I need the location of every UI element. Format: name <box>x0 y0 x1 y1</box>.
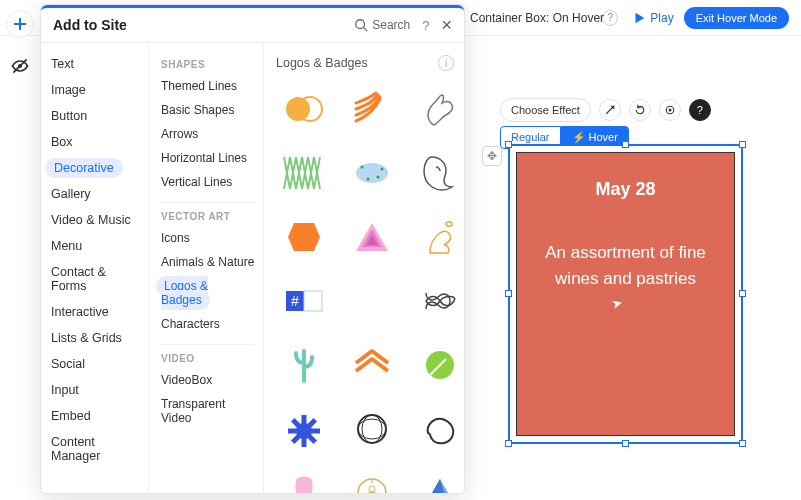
help-icon[interactable]: ? <box>602 10 618 26</box>
svg-point-19 <box>361 166 364 169</box>
subgroup-title: VIDEO <box>161 353 257 364</box>
info-icon[interactable]: i <box>438 55 454 71</box>
gallery-item-blue-splatter[interactable] <box>344 145 400 201</box>
category-item[interactable]: Lists & Grids <box>41 325 148 351</box>
gallery-item-orange-chevrons[interactable] <box>344 337 400 393</box>
resize-handle[interactable] <box>739 440 746 447</box>
category-item[interactable]: Button <box>41 103 148 129</box>
subcategory-column: SHAPESThemed LinesBasic ShapesArrowsHori… <box>149 43 264 493</box>
subcategory-item[interactable]: Characters <box>159 312 257 336</box>
card-description: An assortment of fine wines and pastries <box>533 240 718 291</box>
svg-point-22 <box>377 176 380 179</box>
svg-point-20 <box>381 168 384 171</box>
category-item[interactable]: Social <box>41 351 148 377</box>
gallery-item-green-circle[interactable] <box>412 337 464 393</box>
resize-handle[interactable] <box>622 141 629 148</box>
category-item[interactable]: Content Manager <box>41 429 148 469</box>
gallery-item-scribble-circle[interactable] <box>344 401 400 457</box>
svg-text:#: # <box>291 293 299 309</box>
category-item[interactable]: Image <box>41 77 148 103</box>
left-rail <box>6 10 34 80</box>
category-item[interactable]: Input <box>41 377 148 403</box>
category-item[interactable]: Menu <box>41 233 148 259</box>
subcategory-item[interactable]: Logos & Badges <box>159 274 257 312</box>
breadcrumb: Container Box: On Hover <box>470 11 604 25</box>
gallery-item-blue-pyramid[interactable] <box>412 465 464 493</box>
gallery-item-pink-triangle[interactable] <box>344 209 400 265</box>
svg-rect-28 <box>304 291 322 311</box>
reset-icon[interactable] <box>629 99 651 121</box>
subcategory-item[interactable]: Horizontal Lines <box>159 146 257 170</box>
gallery-grid: # <box>274 77 454 493</box>
subcategory-item[interactable]: Arrows <box>159 122 257 146</box>
subgroup-title: VECTOR ART <box>161 211 257 222</box>
selected-container[interactable]: May 28 An assortment of fine wines and p… <box>508 144 743 444</box>
search-icon <box>354 18 368 32</box>
hide-icon[interactable] <box>6 52 34 80</box>
search-input[interactable]: Search <box>354 18 410 32</box>
preview-icon[interactable] <box>659 99 681 121</box>
resize-handle[interactable] <box>505 440 512 447</box>
subcategory-item[interactable]: Transparent Video <box>159 392 257 430</box>
category-column: TextImageButtonBoxDecorativeGalleryVideo… <box>41 43 149 493</box>
drag-handle-icon[interactable]: ✥ <box>482 146 502 166</box>
resize-handle[interactable] <box>505 290 512 297</box>
category-item[interactable]: Gallery <box>41 181 148 207</box>
svg-point-49 <box>668 109 671 112</box>
subcategory-item[interactable]: Basic Shapes <box>159 98 257 122</box>
gallery-item-cactus[interactable] <box>276 337 332 393</box>
gallery-item-orange-hexagon[interactable] <box>276 209 332 265</box>
category-item[interactable]: Box <box>41 129 148 155</box>
gallery-item-pink-icecream[interactable] <box>276 465 332 493</box>
card-content: May 28 An assortment of fine wines and p… <box>516 152 735 436</box>
gallery-item-scribble-blob[interactable] <box>412 401 464 457</box>
svg-point-2 <box>356 20 365 29</box>
effects-toolbar: Choose Effect ? <box>500 98 711 122</box>
gallery-item-blank <box>344 273 400 329</box>
svg-point-45 <box>369 486 375 492</box>
gallery-item-face-outline[interactable] <box>412 145 464 201</box>
panel-header: Add to Site Search ? × <box>41 5 464 43</box>
category-item[interactable]: Text <box>41 51 148 77</box>
gallery-item-blue-eye[interactable] <box>276 401 332 457</box>
resize-handle[interactable] <box>739 141 746 148</box>
exit-hover-button[interactable]: Exit Hover Mode <box>684 7 789 29</box>
gallery-item-venn-circles[interactable] <box>276 81 332 137</box>
animation-icon[interactable] <box>599 99 621 121</box>
gallery-item-green-grid[interactable] <box>276 145 332 201</box>
bolt-icon: ⚡ <box>572 131 586 143</box>
gallery-item-heraldic-lion[interactable] <box>412 209 464 265</box>
subcategory-item[interactable]: Vertical Lines <box>159 170 257 194</box>
panel-title: Add to Site <box>53 17 127 33</box>
choose-effect-button[interactable]: Choose Effect <box>500 98 591 122</box>
category-item[interactable]: Contact & Forms <box>41 259 148 299</box>
category-item[interactable]: Decorative <box>41 155 148 181</box>
resize-handle[interactable] <box>505 141 512 148</box>
svg-point-21 <box>367 178 370 181</box>
subgroup-title: SHAPES <box>161 59 257 70</box>
gallery-item-ok-hand[interactable] <box>412 81 464 137</box>
svg-line-3 <box>364 28 368 32</box>
play-icon <box>632 11 646 25</box>
gallery-column: Logos & Badges i # More Logos & Badges › <box>264 43 464 493</box>
resize-handle[interactable] <box>739 290 746 297</box>
category-item[interactable]: Embed <box>41 403 148 429</box>
panel-help-icon[interactable]: ? <box>422 18 429 33</box>
subcategory-item[interactable]: VideoBox <box>159 368 257 392</box>
svg-point-18 <box>356 163 388 183</box>
resize-handle[interactable] <box>622 440 629 447</box>
subcategory-item[interactable]: Animals & Nature <box>159 250 257 274</box>
category-item[interactable]: Interactive <box>41 299 148 325</box>
add-icon[interactable] <box>6 10 34 38</box>
subcategory-item[interactable]: Themed Lines <box>159 74 257 98</box>
gallery-item-hash-badge[interactable]: # <box>276 273 332 329</box>
gallery-item-sun-badge[interactable] <box>344 465 400 493</box>
close-icon[interactable]: × <box>441 15 452 36</box>
category-item[interactable]: Video & Music <box>41 207 148 233</box>
add-panel: Add to Site Search ? × TextImageButtonBo… <box>40 4 465 494</box>
play-button[interactable]: Play <box>632 11 673 25</box>
gallery-item-flame-lines[interactable] <box>344 81 400 137</box>
gallery-item-infinity[interactable] <box>412 273 464 329</box>
subcategory-item[interactable]: Icons <box>159 226 257 250</box>
context-help-icon[interactable]: ? <box>689 99 711 121</box>
